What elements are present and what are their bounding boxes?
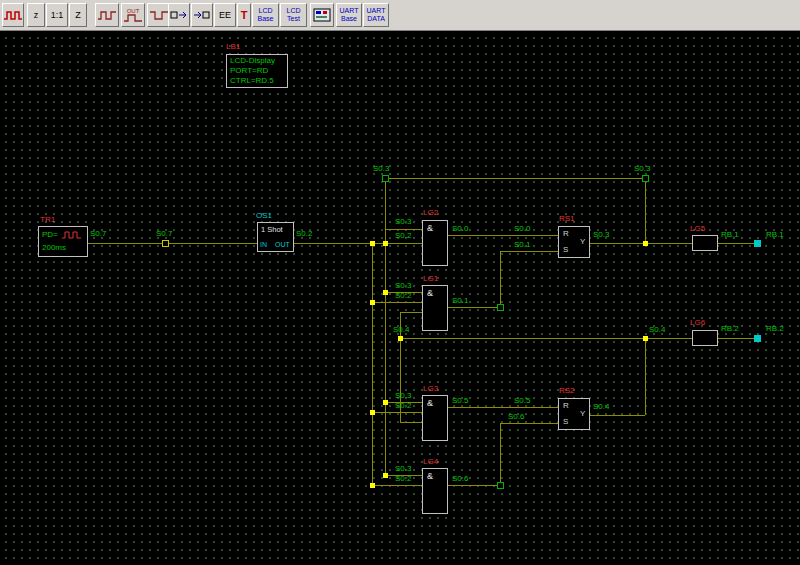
block-label-lg6[interactable]: LG6 — [690, 319, 705, 327]
junction-dot[interactable] — [643, 336, 648, 341]
wire-segment[interactable] — [500, 251, 501, 307]
wire-segment[interactable] — [645, 338, 646, 415]
signal-label[interactable]: S0.3 — [395, 465, 411, 473]
display-icon-button[interactable] — [310, 3, 334, 27]
junction-dot[interactable] — [383, 290, 388, 295]
signal-label[interactable]: S0.0 — [514, 225, 530, 233]
wire-segment[interactable] — [645, 178, 646, 243]
block-label-lg4[interactable]: LG4 — [423, 458, 438, 466]
wire-segment[interactable] — [372, 412, 422, 413]
block-label-lb1[interactable]: LB1 — [226, 43, 240, 51]
rs-flipflop-rs2[interactable]: R Y S — [558, 398, 590, 430]
block-label-lg1[interactable]: LG1 — [423, 275, 438, 283]
signal-label[interactable]: S0.4 — [393, 326, 409, 334]
wire-segment[interactable] — [385, 178, 386, 475]
signal-label[interactable]: S0.6 — [508, 413, 524, 421]
signal-label[interactable]: S0.1 — [452, 297, 468, 305]
uart-data-button[interactable]: UART DATA — [363, 3, 389, 27]
signal-label[interactable]: S0.2 — [395, 232, 411, 240]
lcd-test-button[interactable]: LCD Test — [280, 3, 307, 27]
signal-label[interactable]: S0.3 — [593, 231, 609, 239]
signal-label[interactable]: S0.5 — [452, 397, 468, 405]
signal-label[interactable]: S0.3 — [634, 165, 650, 173]
signal-label[interactable]: S0.2 — [296, 230, 312, 238]
block-label-rs2[interactable]: RS2 — [559, 387, 575, 395]
block-label-lg5[interactable]: LG5 — [690, 225, 705, 233]
terminal-square[interactable] — [754, 335, 761, 342]
one-shot-block-os1[interactable]: 1 Shot IN OUT — [257, 222, 294, 252]
wire-segment[interactable] — [718, 338, 757, 339]
wire-segment[interactable] — [372, 485, 422, 486]
junction-dot[interactable] — [370, 410, 375, 415]
wire-segment[interactable] — [500, 251, 558, 252]
junction-dot[interactable] — [370, 300, 375, 305]
junction-dot[interactable] — [370, 483, 375, 488]
signal-label[interactable]: S0.3 — [395, 392, 411, 400]
output-block-lg5[interactable] — [692, 235, 718, 251]
wire-segment[interactable] — [385, 229, 422, 230]
block-export-button[interactable] — [168, 3, 190, 27]
and-gate-lg3[interactable]: & — [422, 395, 448, 441]
wire-segment[interactable] — [500, 423, 558, 424]
junction-dot[interactable] — [383, 241, 388, 246]
terminal-square[interactable] — [497, 482, 504, 489]
uart-base-button[interactable]: UART Base — [336, 3, 362, 27]
output-block-lg6[interactable] — [692, 330, 718, 346]
signal-label[interactable]: RB.1 — [721, 231, 739, 239]
junction-dot[interactable] — [643, 241, 648, 246]
terminal-square[interactable] — [382, 175, 389, 182]
wire-segment[interactable] — [448, 307, 500, 308]
terminal-square[interactable] — [754, 240, 761, 247]
block-label-os1[interactable]: OS1 — [256, 212, 272, 220]
signal-label[interactable]: RB.1 — [766, 231, 784, 239]
pulse-out-button[interactable]: OUT — [121, 3, 145, 27]
wire-segment[interactable] — [400, 422, 422, 423]
signal-label[interactable]: S0.4 — [649, 326, 665, 334]
wire-segment[interactable] — [590, 415, 645, 416]
wire-segment[interactable] — [400, 312, 422, 313]
signal-label[interactable]: S0.0 — [452, 225, 468, 233]
wire-segment[interactable] — [590, 243, 692, 244]
wire-segment[interactable] — [500, 423, 501, 485]
terminal-square[interactable] — [497, 304, 504, 311]
junction-dot[interactable] — [370, 241, 375, 246]
block-label-tr1[interactable]: TR1 — [40, 216, 55, 224]
signal-label[interactable]: S0.3 — [395, 218, 411, 226]
and-gate-lg4[interactable]: & — [422, 468, 448, 514]
signal-label[interactable]: RB.2 — [721, 325, 739, 333]
signal-label[interactable]: S0.2 — [395, 292, 411, 300]
signal-label[interactable]: S0.2 — [395, 475, 411, 483]
signal-label[interactable]: S0.5 — [514, 397, 530, 405]
signal-label[interactable]: S0.7 — [90, 230, 106, 238]
wire-segment[interactable] — [88, 243, 257, 244]
terminal-square[interactable] — [162, 240, 169, 247]
terminal-square[interactable] — [642, 175, 649, 182]
wire-segment[interactable] — [294, 243, 422, 244]
logo-button[interactable] — [2, 3, 24, 27]
text-tool-button[interactable]: T — [237, 3, 251, 27]
pulse-in-button[interactable] — [95, 3, 119, 27]
wire-segment[interactable] — [448, 407, 558, 408]
zoom-in-button[interactable]: Z — [69, 3, 87, 27]
junction-dot[interactable] — [383, 473, 388, 478]
lcd-base-button[interactable]: LCD Base — [252, 3, 279, 27]
signal-label[interactable]: S0.2 — [395, 402, 411, 410]
rs-flipflop-rs1[interactable]: R Y S — [558, 226, 590, 258]
signal-label[interactable]: S0.7 — [156, 230, 172, 238]
and-gate-lg1[interactable]: & — [422, 285, 448, 331]
signal-label[interactable]: S0.3 — [373, 165, 389, 173]
wire-segment[interactable] — [372, 243, 373, 485]
signal-label[interactable]: S0.1 — [514, 241, 530, 249]
block-label-rs1[interactable]: RS1 — [559, 215, 575, 223]
signal-label[interactable]: S0.6 — [452, 475, 468, 483]
eeprom-button[interactable]: EE — [214, 3, 236, 27]
lcd-display-block[interactable]: LCD-Display PORT=RD CTRL=RD.5 — [226, 54, 288, 88]
block-label-lg3[interactable]: LG3 — [423, 385, 438, 393]
signal-label[interactable]: S0.3 — [395, 282, 411, 290]
signal-label[interactable]: S0.4 — [593, 403, 609, 411]
signal-label[interactable]: RB.2 — [766, 325, 784, 333]
and-gate-lg2[interactable]: & — [422, 220, 448, 266]
timer-block-tr1[interactable]: PD= 200ms — [38, 226, 88, 257]
wire-segment[interactable] — [385, 178, 645, 179]
zoom-reset-button[interactable]: 1:1 — [46, 3, 68, 27]
